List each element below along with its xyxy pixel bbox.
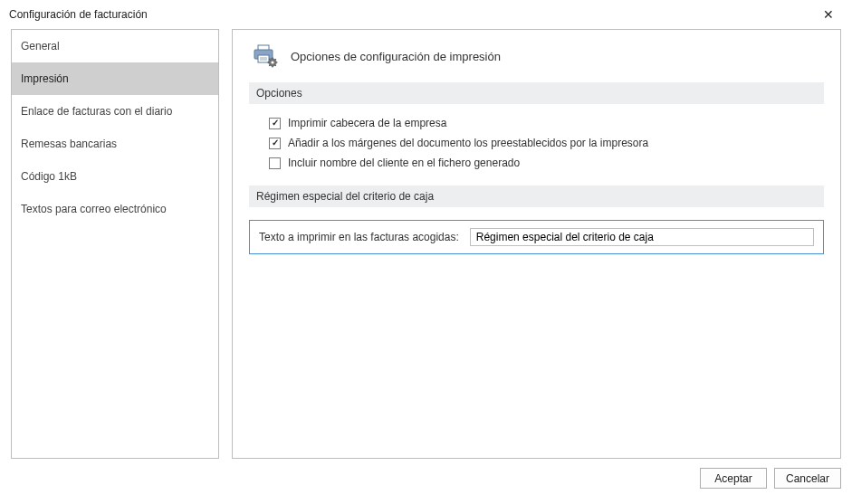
svg-point-14 [271, 61, 273, 63]
regimen-box: Texto a imprimir en las facturas acogida… [249, 220, 824, 254]
check-row-imprimir-cabecera: Imprimir cabecera de la empresa [269, 117, 824, 129]
printer-settings-icon [253, 44, 278, 68]
svg-line-10 [269, 59, 270, 60]
regimen-label: Texto a imprimir en las facturas acogida… [259, 231, 459, 243]
accept-button[interactable]: Aceptar [700, 468, 767, 489]
nav-item-general[interactable]: General [12, 30, 218, 62]
checkbox-anadir-margenes[interactable] [269, 138, 281, 149]
nav-item-enlace-facturas[interactable]: Enlace de facturas con el diario [12, 95, 218, 128]
section-head-options: Opciones [249, 82, 824, 104]
check-row-incluir-nombre: Incluir nombre del cliente en el fichero… [269, 157, 824, 169]
button-label: Aceptar [714, 472, 751, 485]
svg-line-13 [275, 59, 276, 60]
svg-line-12 [269, 65, 270, 66]
nav-item-impresion[interactable]: Impresión [12, 62, 218, 95]
window-title: Configuración de facturación [9, 8, 148, 21]
button-label: Cancelar [786, 472, 829, 485]
nav-item-label: Código 1kB [21, 170, 77, 183]
nav-item-textos-correo[interactable]: Textos para correo electrónico [12, 193, 218, 225]
checkbox-label: Imprimir cabecera de la empresa [288, 117, 446, 129]
nav-panel: General Impresión Enlace de facturas con… [11, 29, 219, 459]
check-row-anadir-margenes: Añadir a los márgenes del documento los … [269, 137, 824, 149]
svg-line-11 [275, 65, 276, 66]
checkbox-imprimir-cabecera[interactable] [269, 118, 281, 129]
dialog-body: General Impresión Enlace de facturas con… [0, 29, 852, 498]
checkbox-incluir-nombre[interactable] [269, 157, 281, 169]
nav-item-label: General [21, 40, 60, 52]
cancel-button[interactable]: Cancelar [774, 468, 841, 489]
nav-item-label: Enlace de facturas con el diario [21, 105, 172, 118]
close-icon: ✕ [823, 7, 834, 22]
nav-item-codigo-1kb[interactable]: Código 1kB [12, 160, 218, 193]
section-head-regimen: Régimen especial del criterio de caja [249, 185, 824, 207]
dialog-footer: Aceptar Cancelar [11, 468, 841, 489]
content-panel: Opciones de configuración de impresión O… [232, 29, 841, 459]
nav-item-label: Textos para correo electrónico [21, 203, 167, 215]
title-bar: Configuración de facturación ✕ [0, 0, 852, 29]
nav-item-label: Remesas bancarias [21, 138, 117, 150]
svg-rect-2 [258, 55, 269, 62]
checkbox-label: Incluir nombre del cliente en el fichero… [288, 157, 520, 169]
close-button[interactable]: ✕ [810, 2, 847, 27]
nav-item-label: Impresión [21, 72, 69, 85]
nav-item-remesas[interactable]: Remesas bancarias [12, 128, 218, 160]
page-header: Opciones de configuración de impresión [253, 44, 824, 68]
checkbox-label: Añadir a los márgenes del documento los … [288, 137, 648, 149]
regimen-input[interactable] [470, 228, 814, 246]
options-group: Imprimir cabecera de la empresa Añadir a… [249, 117, 824, 169]
page-title: Opciones de configuración de impresión [291, 50, 501, 63]
